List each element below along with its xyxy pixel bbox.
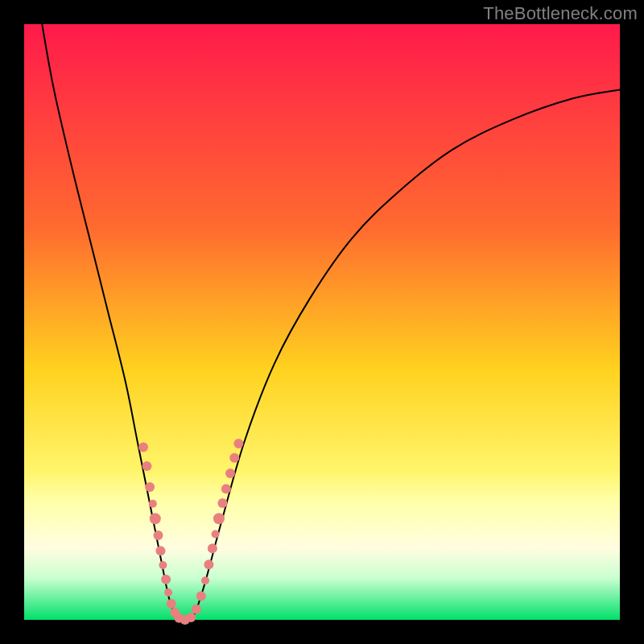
chart-frame: TheBottleneck.com: [0, 0, 644, 644]
marker-point: [204, 559, 213, 569]
marker-group: [138, 439, 243, 625]
marker-point: [138, 442, 148, 452]
plot-area: [24, 24, 620, 620]
marker-point: [192, 605, 201, 614]
marker-point: [213, 513, 225, 524]
curve-layer: [24, 24, 620, 620]
marker-point: [201, 576, 209, 584]
marker-point: [164, 588, 172, 597]
marker-point: [208, 543, 217, 553]
marker-point: [225, 469, 235, 478]
marker-point: [186, 613, 196, 622]
marker-point: [149, 500, 157, 508]
marker-point: [229, 453, 239, 463]
marker-point: [142, 461, 151, 471]
bottleneck-curve: [42, 24, 620, 623]
marker-point: [154, 530, 163, 540]
marker-point: [221, 484, 231, 493]
marker-point: [161, 575, 171, 584]
marker-point: [196, 591, 206, 601]
marker-point: [159, 561, 167, 569]
marker-point: [212, 530, 220, 538]
marker-point: [167, 599, 176, 609]
watermark-text: TheBottleneck.com: [483, 3, 638, 24]
marker-point: [233, 439, 243, 448]
marker-point: [145, 482, 155, 492]
marker-point: [155, 546, 165, 555]
marker-point: [217, 498, 227, 508]
marker-point: [150, 513, 161, 524]
